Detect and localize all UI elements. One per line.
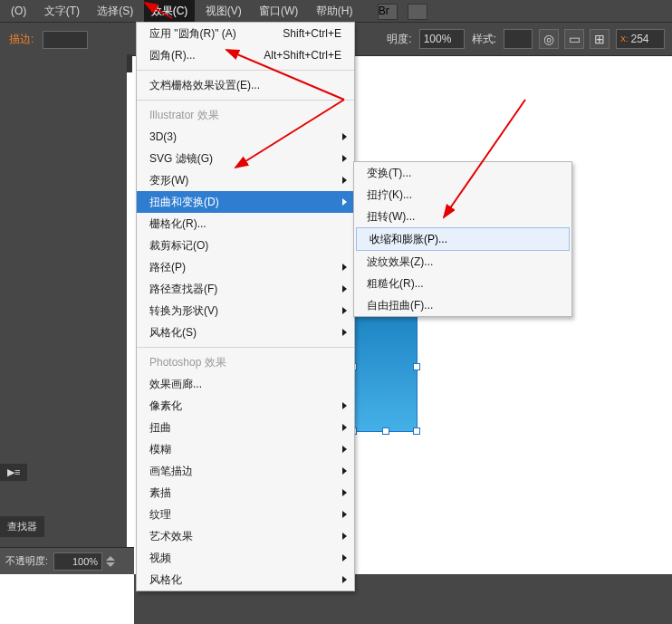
menu-help[interactable]: 帮助(H): [309, 0, 360, 22]
menu-pathfinder[interactable]: 路径查找器(F): [137, 278, 354, 300]
stroke-swatch[interactable]: [43, 31, 88, 49]
menu-path[interactable]: 路径(P): [137, 256, 354, 278]
menu-window[interactable]: 窗口(W): [252, 0, 305, 22]
menu-doc-raster-settings[interactable]: 文档栅格效果设置(E)...: [137, 74, 354, 96]
menu-apply-last[interactable]: 应用 "圆角(R)" (A)Shift+Ctrl+E: [137, 23, 354, 44]
heading-photoshop-effects: Photoshop 效果: [137, 351, 354, 373]
menu-view[interactable]: 视图(V): [198, 0, 249, 22]
submenu-transform[interactable]: 变换(T)...: [354, 162, 571, 184]
menu-svg-filter[interactable]: SVG 滤镜(G): [137, 148, 354, 169]
menu-bar: (O) 文字(T) 选择(S) 效果(C) 视图(V) 窗口(W) 帮助(H) …: [0, 0, 672, 22]
effects-dropdown: 应用 "圆角(R)" (A)Shift+Ctrl+E 圆角(R)...Alt+S…: [136, 22, 355, 591]
submenu-zigzag[interactable]: 波纹效果(Z)...: [354, 251, 571, 273]
menu-warp[interactable]: 变形(W): [137, 169, 354, 191]
menu-distort-transform[interactable]: 扭曲和变换(D): [137, 191, 354, 213]
arrange-icon[interactable]: [408, 4, 427, 20]
opacity-label: 不透明度:: [5, 554, 48, 568]
submenu-tweak[interactable]: 扭拧(K)...: [354, 184, 571, 206]
menu-o[interactable]: (O): [4, 0, 34, 22]
submenu-free-distort[interactable]: 自由扭曲(F)...: [354, 294, 571, 316]
style-label: 样式:: [468, 32, 500, 47]
submenu-roughen[interactable]: 粗糙化(R)...: [354, 273, 571, 294]
menu-crop-marks[interactable]: 裁剪标记(O): [137, 235, 354, 256]
menu-texture[interactable]: 纹理: [137, 504, 354, 525]
menu-3d[interactable]: 3D(3): [137, 126, 354, 148]
opacity-field[interactable]: 100%: [419, 29, 465, 49]
menu-rasterize[interactable]: 栅格化(R)...: [137, 213, 354, 235]
menu-convert-to-shape[interactable]: 转换为形状(V): [137, 300, 354, 322]
menu-text[interactable]: 文字(T): [37, 0, 87, 22]
stroke-label: 描边:: [0, 23, 39, 55]
style-swatch[interactable]: [504, 29, 533, 49]
menu-select[interactable]: 选择(S): [90, 0, 140, 22]
menu-effect-gallery[interactable]: 效果画廊...: [137, 373, 354, 395]
align-icon[interactable]: ▭: [564, 29, 584, 49]
menu-blur[interactable]: 模糊: [137, 438, 354, 460]
submenu-pucker-bloat[interactable]: 收缩和膨胀(P)...: [356, 227, 570, 251]
menu-effects[interactable]: 效果(C): [144, 0, 196, 22]
panel-tab-collapsed[interactable]: ▶≡: [0, 464, 27, 481]
menu-round-corners[interactable]: 圆角(R)...Alt+Shift+Ctrl+E: [137, 44, 354, 66]
menu-pixelate[interactable]: 像素化: [137, 395, 354, 417]
menu-stylize-il[interactable]: 风格化(S): [137, 322, 354, 343]
menu-distort-ps[interactable]: 扭曲: [137, 417, 354, 438]
transform-icon[interactable]: ⊞: [590, 29, 610, 49]
menu-stylize-ps[interactable]: 风格化: [137, 569, 354, 590]
heading-illustrator-effects: Illustrator 效果: [137, 104, 354, 126]
br-icon[interactable]: Br: [378, 4, 398, 20]
menu-artistic[interactable]: 艺术效果: [137, 525, 354, 547]
transparency-panel: 不透明度: 100%: [0, 547, 134, 574]
selected-rectangle[interactable]: [353, 301, 417, 431]
menu-video[interactable]: 视频: [137, 547, 354, 569]
opacity-value[interactable]: 100%: [53, 552, 102, 571]
stepper-icon[interactable]: [106, 556, 117, 567]
distort-submenu: 变换(T)... 扭拧(K)... 扭转(W)... 收缩和膨胀(P)... 波…: [353, 161, 572, 317]
opacity-label: 明度:: [383, 32, 415, 47]
pathfinder-tab[interactable]: 查找器: [0, 516, 44, 537]
menu-brush-stroke[interactable]: 画笔描边: [137, 460, 354, 482]
submenu-twist[interactable]: 扭转(W)...: [354, 206, 571, 227]
x-field[interactable]: X:254: [616, 29, 665, 49]
recolor-icon[interactable]: ◎: [539, 29, 559, 49]
menu-sketch[interactable]: 素描: [137, 482, 354, 504]
